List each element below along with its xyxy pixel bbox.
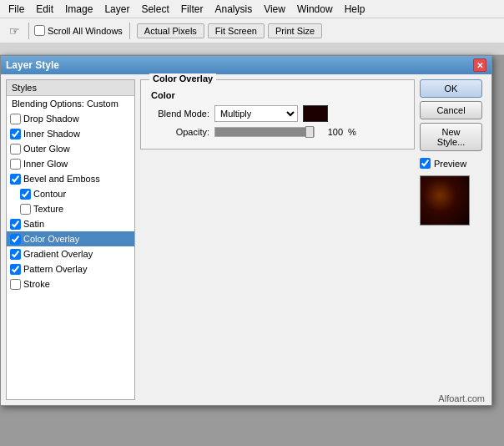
scroll-all-label: Scroll All Windows [48, 26, 123, 36]
blend-mode-row: Blend Mode: Multiply Normal Dissolve Scr… [151, 105, 404, 122]
right-panel: OK Cancel New Style... Preview [420, 79, 486, 400]
menu-bar: File Edit Image Layer Select Filter Anal… [0, 0, 504, 18]
gradient-overlay-checkbox[interactable] [10, 249, 21, 260]
content-panel: Color Overlay Color Blend Mode: Multiply… [140, 79, 415, 400]
drop-shadow-checkbox[interactable] [10, 114, 21, 124]
style-satin[interactable]: Satin [7, 216, 134, 231]
texture-checkbox[interactable] [20, 204, 31, 215]
style-inner-shadow[interactable]: Inner Shadow [7, 126, 134, 141]
styles-panel: Styles Blending Options: Custom Drop Sha… [6, 79, 135, 400]
contour-checkbox[interactable] [20, 189, 31, 200]
scroll-all-checkbox[interactable] [34, 25, 45, 36]
bevel-emboss-checkbox[interactable] [10, 174, 21, 185]
menu-file[interactable]: File [3, 2, 29, 17]
color-overlay-section: Color Overlay Color Blend Mode: Multiply… [140, 79, 415, 150]
main-area: Layer Style ✕ Styles Blending Options: C… [0, 55, 504, 446]
style-stroke[interactable]: Stroke [7, 276, 134, 291]
watermark: Alfoart.com [438, 393, 485, 403]
opacity-slider[interactable] [214, 127, 315, 137]
preview-thumbnail [420, 175, 470, 226]
style-outer-glow[interactable]: Outer Glow [7, 141, 134, 156]
style-color-overlay[interactable]: Color Overlay [7, 231, 134, 246]
style-inner-glow[interactable]: Inner Glow [7, 156, 134, 171]
cancel-btn[interactable]: Cancel [420, 101, 482, 119]
dialog-close-btn[interactable]: ✕ [473, 58, 486, 72]
menu-window[interactable]: Window [292, 2, 338, 17]
actual-pixels-btn[interactable]: Actual Pixels [137, 23, 204, 38]
menu-edit[interactable]: Edit [31, 2, 58, 17]
preview-wrap: Preview [420, 158, 486, 169]
preview-checkbox[interactable] [420, 158, 431, 169]
inner-shadow-checkbox[interactable] [10, 129, 21, 139]
opacity-unit: % [348, 127, 356, 137]
sub-title: Color [151, 90, 404, 100]
new-style-btn[interactable]: New Style... [420, 123, 482, 151]
hand-tool[interactable]: ☞ [5, 22, 23, 40]
blend-mode-select[interactable]: Multiply Normal Dissolve Screen Overlay [214, 105, 298, 122]
section-legend: Color Overlay [149, 73, 216, 84]
style-pattern-overlay[interactable]: Pattern Overlay [7, 261, 134, 276]
print-size-btn[interactable]: Print Size [268, 23, 322, 38]
opacity-row: Opacity: 100 % [151, 127, 404, 137]
stroke-checkbox[interactable] [10, 279, 21, 290]
menu-analysis[interactable]: Analysis [209, 2, 257, 17]
menu-view[interactable]: View [259, 2, 290, 17]
dialog-body: Styles Blending Options: Custom Drop Sha… [1, 74, 491, 405]
inner-glow-checkbox[interactable] [10, 159, 21, 170]
dialog-title: Layer Style [6, 59, 59, 71]
style-drop-shadow[interactable]: Drop Shadow [7, 111, 134, 126]
outer-glow-checkbox[interactable] [10, 144, 21, 155]
opacity-label: Opacity: [151, 127, 209, 137]
pattern-overlay-checkbox[interactable] [10, 264, 21, 275]
menu-layer[interactable]: Layer [99, 2, 134, 17]
style-gradient-overlay[interactable]: Gradient Overlay [7, 246, 134, 261]
styles-header[interactable]: Styles [7, 80, 134, 96]
toolbar: ☞ Scroll All Windows Actual Pixels Fit S… [0, 18, 504, 43]
scroll-all-wrap: Scroll All Windows [34, 25, 123, 36]
dialog-titlebar[interactable]: Layer Style ✕ [1, 56, 491, 74]
style-bevel-emboss[interactable]: Bevel and Emboss [7, 171, 134, 186]
ruler [0, 43, 504, 55]
fit-screen-btn[interactable]: Fit Screen [208, 23, 265, 38]
menu-help[interactable]: Help [340, 2, 370, 17]
menu-select[interactable]: Select [136, 2, 174, 17]
menu-filter[interactable]: Filter [176, 2, 209, 17]
menu-image[interactable]: Image [60, 2, 98, 17]
color-swatch[interactable] [303, 105, 328, 122]
ok-btn[interactable]: OK [420, 79, 482, 98]
satin-checkbox[interactable] [10, 219, 21, 230]
style-contour[interactable]: Contour [7, 186, 134, 201]
layer-style-dialog: Layer Style ✕ Styles Blending Options: C… [0, 55, 492, 406]
blend-mode-label: Blend Mode: [151, 109, 209, 119]
style-texture[interactable]: Texture [7, 201, 134, 216]
blending-options-item[interactable]: Blending Options: Custom [7, 96, 134, 111]
color-overlay-checkbox[interactable] [10, 234, 21, 245]
opacity-value: 100 [320, 127, 343, 137]
preview-label: Preview [434, 159, 466, 169]
